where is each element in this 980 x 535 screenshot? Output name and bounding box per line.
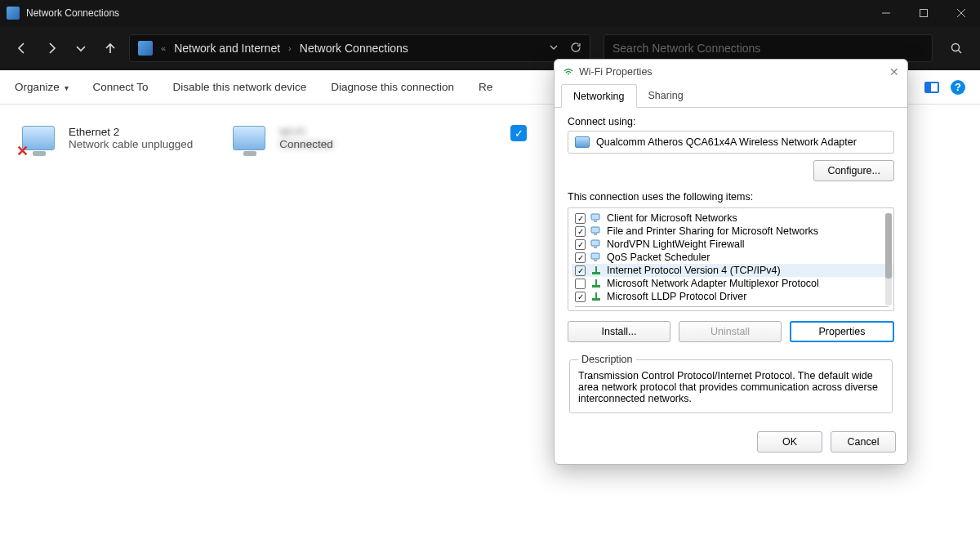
protocol-checkbox[interactable] [575,292,586,302]
protocol-checkbox[interactable] [575,279,586,289]
connect-using-label: Connect using: [568,116,894,127]
description-label: Description [578,354,636,365]
address-bar[interactable]: « Network and Internet › Network Connect… [129,34,590,62]
connection-status: Network cable unplugged [69,138,193,150]
search-placeholder: Search Network Connections [612,42,760,55]
organize-button[interactable]: Organize ▾ [15,81,69,93]
dialog-title: Wi-Fi Properties [579,66,653,78]
svg-line-5 [959,51,962,54]
install-button[interactable]: Install... [568,321,670,342]
breadcrumb-chevron: « [161,43,166,53]
help-icon[interactable]: ? [951,80,965,95]
search-input[interactable]: Search Network Connections [604,34,933,62]
dialog-close-button[interactable]: ✕ [889,65,899,78]
address-icon [138,41,153,56]
recent-dropdown[interactable] [70,38,91,59]
error-x-icon: ✕ [16,142,29,160]
close-button[interactable] [942,0,980,26]
search-icon[interactable] [944,34,969,62]
items-label: This connection uses the following items… [568,191,894,203]
svg-rect-17 [595,279,597,286]
breadcrumb-seg2[interactable]: Network Connections [300,42,408,55]
wifi-icon [563,66,574,78]
svg-rect-11 [594,247,597,248]
protocol-label: Microsoft LLDP Protocol Driver [607,291,746,302]
svg-rect-7 [594,221,597,222]
chevron-right-icon: › [288,43,292,53]
refresh-icon[interactable] [570,42,581,56]
svg-rect-15 [595,266,597,273]
network-client-icon [590,252,602,262]
protocol-label: NordVPN LightWeight Firewall [607,239,745,250]
ok-button[interactable]: OK [757,431,822,453]
protocol-icon [590,292,602,301]
cancel-button[interactable]: Cancel [831,431,896,453]
scrollbar[interactable] [885,213,892,305]
protocol-item[interactable]: Client for Microsoft Networks [572,212,893,225]
protocol-item[interactable]: QoS Packet Scheduler [572,251,893,264]
disable-device-button[interactable]: Disable this network device [173,81,307,93]
svg-point-4 [952,44,960,51]
maximize-button[interactable] [905,0,942,26]
svg-rect-6 [591,214,599,220]
protocol-checkbox[interactable] [575,226,586,237]
list-scroll-indicator [575,306,889,307]
adapter-name: Qualcomm Atheros QCA61x4A Wireless Netwo… [596,136,857,148]
window-title: Network Connections [26,7,119,19]
uninstall-button[interactable]: Uninstall [679,321,782,342]
protocol-item[interactable]: Internet Protocol Version 4 (TCP/IPv4) [572,264,893,277]
protocol-icon [590,279,602,288]
svg-rect-10 [591,240,599,246]
protocol-item[interactable]: File and Printer Sharing for Microsoft N… [572,225,893,238]
protocol-checkbox[interactable] [575,213,586,224]
protocol-list[interactable]: Client for Microsoft NetworksFile and Pr… [568,207,894,311]
connection-name: Wi-Fi [279,126,332,138]
connection-status: Connected [279,138,332,150]
adapter-icon [575,136,590,148]
description-text: Transmission Control Protocol/Internet P… [578,370,884,404]
protocol-item[interactable]: Microsoft LLDP Protocol Driver [572,290,893,303]
network-client-icon [590,213,602,223]
protocol-checkbox[interactable] [575,265,586,276]
connection-name: Ethernet 2 [69,126,193,138]
breadcrumb-seg1[interactable]: Network and Internet [174,42,280,55]
svg-rect-13 [594,260,597,261]
connection-wifi[interactable]: Wi-Fi Connected [225,116,332,160]
protocol-checkbox[interactable] [575,239,586,250]
properties-button[interactable]: Properties [790,321,894,342]
configure-button[interactable]: Configure... [813,160,894,181]
svg-rect-19 [595,292,597,299]
back-button[interactable] [11,38,33,59]
layout-icon[interactable] [924,82,939,93]
protocol-checkbox[interactable] [575,252,586,263]
svg-rect-12 [591,253,599,259]
dialog-tabs: Networking Sharing [555,84,907,108]
minimize-button[interactable] [867,0,905,26]
protocol-label: Internet Protocol Version 4 (TCP/IPv4) [607,265,781,276]
tab-sharing[interactable]: Sharing [637,84,695,107]
diagnose-button[interactable]: Diagnose this connection [331,81,454,93]
connection-ethernet[interactable]: ✕ Ethernet 2 Network cable unplugged [15,116,193,160]
rename-button[interactable]: Re [479,81,492,93]
connect-to-button[interactable]: Connect To [93,81,149,93]
address-chevron-down-icon[interactable] [549,42,559,56]
protocol-item[interactable]: NordVPN LightWeight Firewall [572,238,893,251]
protocol-item[interactable]: Microsoft Network Adapter Multiplexor Pr… [572,277,893,290]
adapter-field[interactable]: Qualcomm Atheros QCA61x4A Wireless Netwo… [568,131,894,154]
forward-button[interactable] [41,38,62,59]
app-icon [7,7,20,20]
protocol-icon [590,265,602,275]
titlebar: Network Connections [0,0,980,26]
protocol-label: File and Printer Sharing for Microsoft N… [607,225,818,237]
protocol-label: Client for Microsoft Networks [607,212,737,224]
dialog-titlebar[interactable]: Wi-Fi Properties ✕ [555,60,907,84]
network-client-icon [590,239,602,249]
network-client-icon [590,226,602,236]
protocol-label: QoS Packet Scheduler [607,252,710,263]
tab-networking[interactable]: Networking [561,84,637,108]
up-button[interactable] [100,38,121,59]
description-group: Description Transmission Control Protoco… [569,354,893,413]
protocol-label: Microsoft Network Adapter Multiplexor Pr… [607,278,819,289]
svg-rect-8 [591,227,599,233]
svg-rect-9 [594,234,597,235]
